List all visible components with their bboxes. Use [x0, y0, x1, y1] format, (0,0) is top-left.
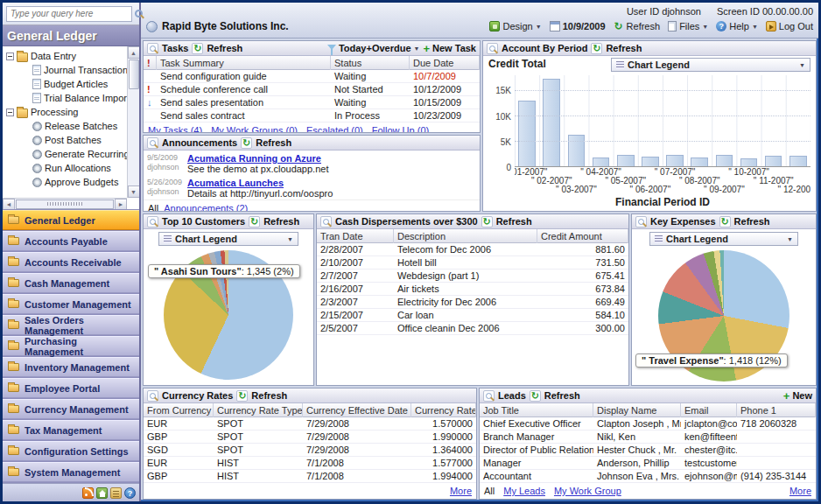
- col-rate-type[interactable]: Currency Rate Type: [214, 403, 303, 417]
- chart-legend-dropdown[interactable]: Chart Legend ▼: [649, 232, 798, 246]
- tree-item[interactable]: Trial Balance Import: [4, 91, 125, 105]
- col-job-title[interactable]: Job Title: [480, 403, 593, 417]
- col-rate[interactable]: Currency Rate: [411, 403, 476, 417]
- refresh-icon[interactable]: ↻: [591, 43, 602, 54]
- lead-filter-link[interactable]: My Leads: [503, 486, 545, 496]
- tree-item[interactable]: Release Batches: [4, 119, 125, 133]
- currency-row[interactable]: EUR HIST 7/1/2008 1.577000: [144, 457, 476, 470]
- expander-minus-icon[interactable]: [6, 108, 14, 116]
- tree-item[interactable]: Run Allocations: [4, 161, 125, 175]
- sidebar-module-button[interactable]: Inventory Management: [3, 357, 139, 377]
- col-effective-date[interactable]: Currency Effective Date: [303, 403, 411, 417]
- new-lead-button[interactable]: +New: [783, 390, 812, 401]
- magnifier-icon[interactable]: [147, 216, 158, 228]
- sidebar-module-button[interactable]: Purchasing Management: [3, 336, 139, 356]
- task-row[interactable]: Send configuration guide Waiting 10/7/20…: [144, 70, 480, 83]
- col-description[interactable]: Description: [394, 229, 537, 243]
- refresh-label[interactable]: Refresh: [496, 216, 532, 227]
- lead-row[interactable]: Accountant Johnson Eva , Mrs. ejohnson@m…: [480, 470, 816, 483]
- tree-item[interactable]: Budget Articles: [4, 77, 125, 91]
- sidebar-module-button[interactable]: Tax Management: [3, 420, 139, 440]
- lead-row[interactable]: Director of Public Relations Hester Chuc…: [480, 444, 816, 457]
- task-filter-link[interactable]: Follow Up (0): [372, 125, 429, 133]
- lead-filter-link[interactable]: My Work Group: [554, 486, 621, 496]
- col-due[interactable]: Due Date: [410, 56, 480, 70]
- tree-item[interactable]: Processing: [4, 105, 125, 119]
- notes-icon[interactable]: [110, 487, 122, 499]
- search-input[interactable]: [6, 6, 132, 22]
- magnifier-icon[interactable]: [147, 43, 158, 54]
- help-icon[interactable]: ?: [124, 487, 136, 499]
- scroll-up-icon[interactable]: ▲: [128, 46, 140, 59]
- col-from-currency[interactable]: From Currency: [144, 403, 214, 417]
- col-email[interactable]: Email: [681, 403, 737, 417]
- cash-row[interactable]: 2/10/2007 Hotell bill 731.50: [317, 256, 628, 270]
- col-priority[interactable]: !: [144, 56, 157, 70]
- refresh-icon[interactable]: ↻: [236, 390, 248, 402]
- sidebar-module-button[interactable]: Configuration Settings: [3, 441, 139, 461]
- files-menu[interactable]: Files▼: [668, 21, 708, 32]
- more-link[interactable]: More: [789, 486, 811, 496]
- all-label[interactable]: All: [148, 203, 158, 212]
- sidebar-module-button[interactable]: Currency Management: [3, 399, 139, 419]
- task-filter-link[interactable]: Escalated (0): [306, 125, 363, 133]
- task-row[interactable]: Send sales presentation Waiting 10/15/20…: [144, 96, 480, 109]
- refresh-label[interactable]: Refresh: [251, 390, 287, 401]
- currency-row[interactable]: SGD SPOT 7/29/2008 1.364000: [144, 444, 476, 457]
- home-icon[interactable]: [96, 487, 108, 499]
- col-tran-date[interactable]: Tran Date: [317, 229, 394, 243]
- task-row[interactable]: Send sales contract In Process 10/23/200…: [144, 109, 480, 122]
- tree-item[interactable]: Journal Transactions: [4, 63, 125, 77]
- refresh-icon[interactable]: ↻: [249, 216, 260, 228]
- more-link[interactable]: More: [450, 486, 472, 496]
- refresh-label[interactable]: Refresh: [256, 137, 291, 148]
- refresh-button[interactable]: ↻Refresh: [614, 21, 661, 32]
- lead-filter-link[interactable]: All: [484, 486, 495, 496]
- currency-row[interactable]: EUR SPOT 7/29/2008 1.570000: [144, 417, 476, 430]
- currency-row[interactable]: GBP SPOT 7/29/2008 1.990000: [144, 430, 476, 444]
- sidebar-module-button[interactable]: Employee Portal: [3, 378, 139, 398]
- chart-legend-dropdown[interactable]: Chart Legend ▼: [611, 58, 810, 72]
- design-menu[interactable]: Design▼: [489, 21, 541, 32]
- sidebar-module-button[interactable]: Sales Orders Management: [3, 315, 139, 335]
- cash-row[interactable]: 2/16/2007 Air tickets 673.84: [317, 283, 628, 296]
- magnifier-icon[interactable]: [147, 137, 158, 149]
- cash-row[interactable]: 2/7/2007 Webdesign (part 1) 675.41: [317, 270, 628, 283]
- cash-row[interactable]: 2/28/2007 Telecom for Dec 2006 881.60: [317, 243, 628, 256]
- cash-row[interactable]: 2/5/2007 Office cleanin Dec 2006 300.00: [317, 322, 628, 335]
- magnifier-icon[interactable]: [487, 43, 498, 54]
- refresh-icon[interactable]: ↻: [192, 43, 203, 54]
- rss-icon[interactable]: [82, 487, 94, 499]
- new-task-button[interactable]: +New Task: [423, 43, 476, 53]
- announcement-title-link[interactable]: Acumatica Launches: [187, 178, 476, 188]
- sidebar-module-button[interactable]: Accounts Payable: [3, 231, 139, 251]
- refresh-icon[interactable]: ↻: [481, 216, 493, 228]
- col-status[interactable]: Status: [331, 56, 410, 70]
- magnifier-icon[interactable]: [320, 216, 332, 228]
- announcements-count-link[interactable]: Announcements (2): [164, 203, 248, 212]
- search-icon[interactable]: [135, 10, 143, 18]
- tree-vertical-scrollbar[interactable]: ▲ ▼: [127, 46, 139, 198]
- tree-item[interactable]: Approve Budgets: [4, 175, 125, 189]
- refresh-label[interactable]: Refresh: [207, 43, 242, 53]
- refresh-label[interactable]: Refresh: [734, 216, 770, 227]
- sidebar-module-button[interactable]: General Ledger: [3, 210, 139, 230]
- sidebar-module-button[interactable]: Customer Management: [3, 294, 139, 314]
- tree-horizontal-scrollbar[interactable]: ◄ ►: [3, 198, 127, 209]
- tree-item[interactable]: Generate Recurring Trans: [4, 147, 125, 161]
- scrollbar-thumb[interactable]: [16, 200, 114, 209]
- sidebar-module-button[interactable]: Cash Management: [3, 273, 139, 293]
- lead-row[interactable]: Chief Executive Officer Clapton Joseph ,…: [480, 417, 816, 430]
- announcement-title-link[interactable]: Acumatica Running on Azure: [187, 153, 476, 164]
- scroll-left-icon[interactable]: ◄: [3, 199, 15, 210]
- task-row[interactable]: Schedule conference call Not Started 10/…: [144, 83, 480, 96]
- sidebar-module-button[interactable]: System Management: [3, 462, 139, 482]
- refresh-icon[interactable]: ↻: [530, 390, 541, 402]
- currency-row[interactable]: GBP HIST 7/1/2008 1.994000: [144, 470, 476, 483]
- cash-row[interactable]: 2/15/2007 Car loan 584.10: [317, 309, 628, 322]
- refresh-label[interactable]: Refresh: [544, 390, 580, 401]
- tree-item[interactable]: Data Entry: [4, 49, 125, 63]
- chart-legend-dropdown[interactable]: Chart Legend ▼: [158, 232, 298, 246]
- sidebar-module-button[interactable]: Accounts Receivable: [3, 252, 139, 272]
- magnifier-icon[interactable]: [635, 216, 647, 228]
